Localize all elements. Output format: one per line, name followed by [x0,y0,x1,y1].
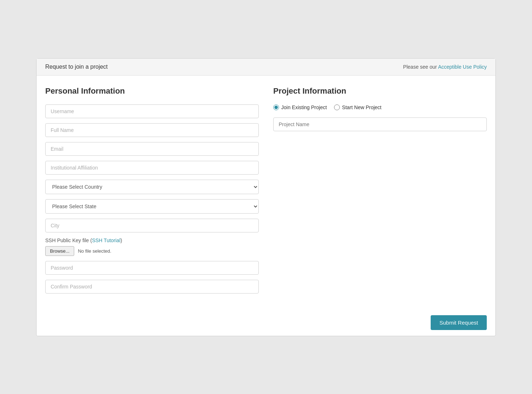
footer-row: Submit Request [37,309,495,336]
policy-prefix: Please see our [403,64,438,70]
email-field-wrapper [45,142,259,156]
header-bar: Request to join a project Please see our… [37,59,495,76]
join-existing-radio[interactable] [273,104,279,110]
state-field-wrapper: Please Select State [45,199,259,214]
state-select[interactable]: Please Select State [45,199,259,214]
join-existing-option[interactable]: Join Existing Project [273,104,327,110]
institutional-input[interactable] [45,161,259,175]
ssh-label: SSH Public Key file (SSH Tutorial) [45,237,259,243]
institutional-field-wrapper [45,161,259,175]
fullname-field-wrapper [45,123,259,137]
personal-info-title: Personal Information [45,86,259,96]
start-new-label: Start New Project [342,104,381,110]
username-field-wrapper [45,104,259,118]
country-field-wrapper: Please Select Country [45,180,259,194]
project-info-section: Project Information Join Existing Projec… [273,86,487,299]
project-type-radio-group: Join Existing Project Start New Project [273,104,487,110]
submit-button[interactable]: Submit Request [431,315,487,330]
no-file-label: No file selected. [78,248,111,254]
password-field-wrapper [45,261,259,275]
join-existing-label: Join Existing Project [281,104,327,110]
ssh-label-end: ) [121,237,122,243]
fullname-input[interactable] [45,123,259,137]
username-input[interactable] [45,104,259,118]
start-new-radio[interactable] [334,104,340,110]
ssh-tutorial-link[interactable]: SSH Tutorial [92,237,121,243]
city-field-wrapper [45,219,259,232]
email-input[interactable] [45,142,259,156]
project-name-field-wrapper [273,117,487,131]
browse-button[interactable]: Browse... [45,246,74,256]
file-input-row: Browse... No file selected. [45,246,259,256]
confirm-password-input[interactable] [45,280,259,294]
project-info-title: Project Information [273,86,487,96]
ssh-label-text: SSH Public Key file ( [45,237,92,243]
policy-link[interactable]: Acceptible Use Policy [438,64,487,70]
personal-info-section: Personal Information Please Select Count… [45,86,259,299]
page-container: Request to join a project Please see our… [36,58,496,336]
form-body: Personal Information Please Select Count… [37,76,495,309]
start-new-option[interactable]: Start New Project [334,104,381,110]
password-input[interactable] [45,261,259,275]
page-title: Request to join a project [45,64,108,70]
policy-text: Please see our Acceptible Use Policy [403,64,487,70]
country-select[interactable]: Please Select Country [45,180,259,194]
city-input[interactable] [45,219,259,232]
project-name-input[interactable] [273,117,487,131]
confirm-password-field-wrapper [45,280,259,294]
